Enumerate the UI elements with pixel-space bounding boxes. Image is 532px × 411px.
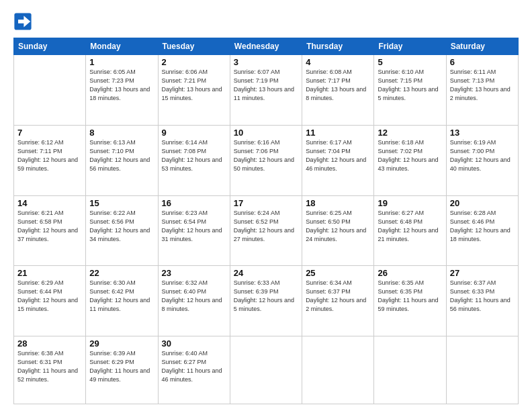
calendar-cell: 11Sunrise: 6:17 AMSunset: 7:04 PMDayligh… [302, 125, 374, 195]
day-number: 5 [378, 57, 442, 67]
calendar-cell [446, 336, 518, 404]
day-number: 18 [306, 198, 370, 208]
calendar-cell: 1Sunrise: 6:05 AMSunset: 7:23 PMDaylight… [86, 55, 158, 126]
calendar-cell: 12Sunrise: 6:18 AMSunset: 7:02 PMDayligh… [374, 125, 446, 195]
calendar-cell [14, 55, 86, 126]
weekday-header-tuesday: Tuesday [158, 38, 230, 55]
calendar-cell [302, 336, 374, 404]
calendar-cell: 26Sunrise: 6:35 AMSunset: 6:35 PMDayligh… [374, 266, 446, 336]
header [13, 12, 519, 31]
calendar-cell: 5Sunrise: 6:10 AMSunset: 7:15 PMDaylight… [374, 55, 446, 126]
calendar-cell: 7Sunrise: 6:12 AMSunset: 7:11 PMDaylight… [14, 125, 86, 195]
day-number: 28 [17, 338, 82, 349]
day-number: 20 [450, 198, 515, 208]
calendar-cell: 8Sunrise: 6:13 AMSunset: 7:10 PMDaylight… [86, 125, 158, 195]
day-number: 10 [234, 128, 298, 138]
day-info: Sunrise: 6:34 AMSunset: 6:37 PMDaylight:… [306, 279, 370, 314]
day-info: Sunrise: 6:35 AMSunset: 6:35 PMDaylight:… [378, 279, 442, 314]
calendar-week-1: 1Sunrise: 6:05 AMSunset: 7:23 PMDaylight… [14, 55, 519, 126]
calendar-cell [230, 336, 302, 404]
calendar-cell: 27Sunrise: 6:37 AMSunset: 6:33 PMDayligh… [446, 266, 518, 336]
calendar-week-5: 28Sunrise: 6:38 AMSunset: 6:31 PMDayligh… [14, 336, 519, 404]
weekday-header-wednesday: Wednesday [230, 38, 302, 55]
day-info: Sunrise: 6:08 AMSunset: 7:17 PMDaylight:… [306, 68, 370, 103]
day-info: Sunrise: 6:05 AMSunset: 7:23 PMDaylight:… [89, 68, 154, 103]
day-info: Sunrise: 6:23 AMSunset: 6:54 PMDaylight:… [162, 209, 226, 244]
calendar-cell: 6Sunrise: 6:11 AMSunset: 7:13 PMDaylight… [446, 55, 518, 126]
day-info: Sunrise: 6:30 AMSunset: 6:42 PMDaylight:… [89, 279, 154, 314]
day-info: Sunrise: 6:14 AMSunset: 7:08 PMDaylight:… [162, 138, 226, 173]
calendar-cell: 23Sunrise: 6:32 AMSunset: 6:40 PMDayligh… [158, 266, 230, 336]
day-number: 24 [234, 268, 298, 278]
day-number: 2 [162, 57, 226, 67]
day-info: Sunrise: 6:12 AMSunset: 7:11 PMDaylight:… [17, 138, 82, 173]
day-info: Sunrise: 6:39 AMSunset: 6:29 PMDaylight:… [89, 349, 154, 384]
day-info: Sunrise: 6:32 AMSunset: 6:40 PMDaylight:… [162, 279, 226, 314]
day-number: 4 [306, 57, 370, 67]
day-number: 17 [234, 198, 298, 208]
logo-icon [13, 12, 32, 31]
day-info: Sunrise: 6:06 AMSunset: 7:21 PMDaylight:… [162, 68, 226, 103]
weekday-header-friday: Friday [374, 38, 446, 55]
calendar-week-2: 7Sunrise: 6:12 AMSunset: 7:11 PMDaylight… [14, 125, 519, 195]
calendar-cell: 2Sunrise: 6:06 AMSunset: 7:21 PMDaylight… [158, 55, 230, 126]
page: SundayMondayTuesdayWednesdayThursdayFrid… [0, 0, 532, 411]
day-number: 16 [162, 198, 226, 208]
calendar-week-3: 14Sunrise: 6:21 AMSunset: 6:58 PMDayligh… [14, 195, 519, 266]
calendar-cell: 19Sunrise: 6:27 AMSunset: 6:48 PMDayligh… [374, 195, 446, 266]
logo [13, 12, 35, 31]
day-info: Sunrise: 6:16 AMSunset: 7:06 PMDaylight:… [234, 138, 298, 173]
day-number: 23 [162, 268, 226, 278]
weekday-header-sunday: Sunday [14, 38, 86, 55]
calendar-cell: 30Sunrise: 6:40 AMSunset: 6:27 PMDayligh… [158, 336, 230, 404]
day-info: Sunrise: 6:37 AMSunset: 6:33 PMDaylight:… [450, 279, 515, 314]
calendar-cell: 16Sunrise: 6:23 AMSunset: 6:54 PMDayligh… [158, 195, 230, 266]
day-info: Sunrise: 6:33 AMSunset: 6:39 PMDaylight:… [234, 279, 298, 314]
day-info: Sunrise: 6:19 AMSunset: 7:00 PMDaylight:… [450, 138, 515, 173]
calendar-table: SundayMondayTuesdayWednesdayThursdayFrid… [13, 38, 519, 404]
day-number: 1 [89, 57, 154, 67]
calendar-cell: 14Sunrise: 6:21 AMSunset: 6:58 PMDayligh… [14, 195, 86, 266]
day-number: 30 [162, 338, 226, 349]
day-number: 25 [306, 268, 370, 278]
day-info: Sunrise: 6:38 AMSunset: 6:31 PMDaylight:… [17, 349, 82, 384]
day-number: 21 [17, 268, 82, 278]
day-number: 3 [234, 57, 298, 67]
day-info: Sunrise: 6:27 AMSunset: 6:48 PMDaylight:… [378, 209, 442, 244]
calendar-cell: 3Sunrise: 6:07 AMSunset: 7:19 PMDaylight… [230, 55, 302, 126]
day-info: Sunrise: 6:25 AMSunset: 6:50 PMDaylight:… [306, 209, 370, 244]
day-info: Sunrise: 6:29 AMSunset: 6:44 PMDaylight:… [17, 279, 82, 314]
day-info: Sunrise: 6:22 AMSunset: 6:56 PMDaylight:… [89, 209, 154, 244]
day-number: 8 [89, 128, 154, 138]
calendar-cell: 15Sunrise: 6:22 AMSunset: 6:56 PMDayligh… [86, 195, 158, 266]
day-number: 12 [378, 128, 442, 138]
calendar-cell: 28Sunrise: 6:38 AMSunset: 6:31 PMDayligh… [14, 336, 86, 404]
day-number: 9 [162, 128, 226, 138]
calendar-cell: 13Sunrise: 6:19 AMSunset: 7:00 PMDayligh… [446, 125, 518, 195]
day-number: 15 [89, 198, 154, 208]
day-number: 22 [89, 268, 154, 278]
calendar-cell [374, 336, 446, 404]
calendar-cell: 17Sunrise: 6:24 AMSunset: 6:52 PMDayligh… [230, 195, 302, 266]
calendar-cell: 21Sunrise: 6:29 AMSunset: 6:44 PMDayligh… [14, 266, 86, 336]
day-info: Sunrise: 6:40 AMSunset: 6:27 PMDaylight:… [162, 349, 226, 384]
day-info: Sunrise: 6:18 AMSunset: 7:02 PMDaylight:… [378, 138, 442, 173]
day-number: 14 [17, 198, 82, 208]
calendar-cell: 20Sunrise: 6:28 AMSunset: 6:46 PMDayligh… [446, 195, 518, 266]
day-info: Sunrise: 6:11 AMSunset: 7:13 PMDaylight:… [450, 68, 515, 103]
day-number: 13 [450, 128, 515, 138]
day-info: Sunrise: 6:24 AMSunset: 6:52 PMDaylight:… [234, 209, 298, 244]
calendar-cell: 18Sunrise: 6:25 AMSunset: 6:50 PMDayligh… [302, 195, 374, 266]
day-info: Sunrise: 6:28 AMSunset: 6:46 PMDaylight:… [450, 209, 515, 244]
day-info: Sunrise: 6:13 AMSunset: 7:10 PMDaylight:… [89, 138, 154, 173]
weekday-header-monday: Monday [86, 38, 158, 55]
day-number: 26 [378, 268, 442, 278]
day-info: Sunrise: 6:10 AMSunset: 7:15 PMDaylight:… [378, 68, 442, 103]
calendar-cell: 9Sunrise: 6:14 AMSunset: 7:08 PMDaylight… [158, 125, 230, 195]
calendar-cell: 24Sunrise: 6:33 AMSunset: 6:39 PMDayligh… [230, 266, 302, 336]
day-info: Sunrise: 6:07 AMSunset: 7:19 PMDaylight:… [234, 68, 298, 103]
calendar-cell: 10Sunrise: 6:16 AMSunset: 7:06 PMDayligh… [230, 125, 302, 195]
day-number: 19 [378, 198, 442, 208]
day-number: 29 [89, 338, 154, 349]
calendar-cell: 4Sunrise: 6:08 AMSunset: 7:17 PMDaylight… [302, 55, 374, 126]
